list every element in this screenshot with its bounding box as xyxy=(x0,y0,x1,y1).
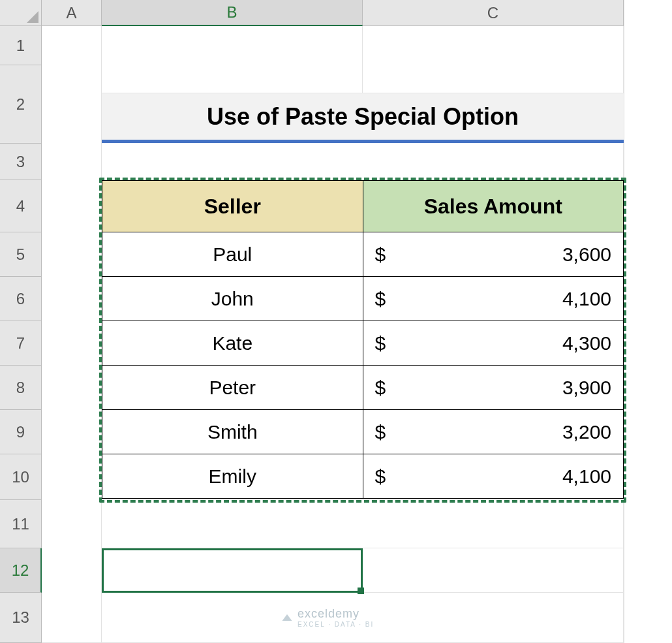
watermark-tagline: EXCEL · DATA · BI xyxy=(298,621,374,628)
header-sales-amount[interactable]: Sales Amount xyxy=(363,180,624,232)
currency-symbol: $ xyxy=(375,421,386,443)
amount-value: 3,900 xyxy=(562,377,611,399)
select-all-corner[interactable] xyxy=(0,0,42,26)
cell-seller[interactable]: Emily xyxy=(102,454,363,499)
row-header-2[interactable]: 2 xyxy=(0,65,42,144)
row-header-11[interactable]: 11 xyxy=(0,500,42,548)
currency-symbol: $ xyxy=(375,465,386,488)
cell-amount[interactable]: $ 3,200 xyxy=(363,410,624,454)
cell-seller[interactable]: Kate xyxy=(102,321,363,366)
currency-symbol: $ xyxy=(375,288,386,310)
currency-symbol: $ xyxy=(375,332,386,354)
cell-c1[interactable] xyxy=(363,26,624,93)
title-cell[interactable]: Use of Paste Special Option xyxy=(102,93,624,143)
watermark: exceldemy EXCEL · DATA · BI xyxy=(281,607,374,628)
cell-seller[interactable]: Peter xyxy=(102,366,363,410)
row-header-9[interactable]: 9 xyxy=(0,410,42,454)
cell-amount[interactable]: $ 3,900 xyxy=(363,366,624,410)
row-header-5[interactable]: 5 xyxy=(0,232,42,277)
row-header-6[interactable]: 6 xyxy=(0,277,42,321)
currency-symbol: $ xyxy=(375,243,386,266)
row-header-7[interactable]: 7 xyxy=(0,321,42,366)
currency-symbol: $ xyxy=(375,377,386,399)
amount-value: 4,100 xyxy=(562,465,611,488)
row-header-12[interactable]: 12 xyxy=(0,548,42,593)
logo-icon xyxy=(281,611,294,624)
cell-row3[interactable] xyxy=(102,143,624,180)
row-header-3[interactable]: 3 xyxy=(0,144,42,180)
amount-value: 3,200 xyxy=(562,421,611,443)
table-header-row: Seller Sales Amount xyxy=(102,180,624,232)
table-row: Smith $ 3,200 xyxy=(102,410,624,454)
row-header-4[interactable]: 4 xyxy=(0,180,42,232)
column-header-a[interactable]: A xyxy=(42,0,102,26)
cell-b1[interactable] xyxy=(102,26,363,93)
empty-right xyxy=(624,0,672,643)
cell-c12[interactable] xyxy=(363,548,624,593)
watermark-brand: exceldemy xyxy=(298,607,359,620)
table-row: Emily $ 4,100 xyxy=(102,454,624,499)
active-cell-b12[interactable] xyxy=(102,548,363,593)
cell-row11[interactable] xyxy=(102,500,624,548)
cell-amount[interactable]: $ 4,300 xyxy=(363,321,624,366)
cell-seller[interactable]: Smith xyxy=(102,410,363,454)
amount-value: 4,100 xyxy=(562,288,611,310)
cell-amount[interactable]: $ 3,600 xyxy=(363,232,624,277)
row-header-1[interactable]: 1 xyxy=(0,26,42,65)
column-header-c[interactable]: C xyxy=(363,0,624,26)
row-header-8[interactable]: 8 xyxy=(0,366,42,410)
data-table: Seller Sales Amount Paul $ 3,600 John $ … xyxy=(102,180,624,500)
title-text: Use of Paste Special Option xyxy=(207,103,519,131)
row-header-13[interactable]: 13 xyxy=(0,593,42,643)
amount-value: 4,300 xyxy=(562,332,611,354)
header-seller[interactable]: Seller xyxy=(102,180,363,232)
cell-seller[interactable]: John xyxy=(102,277,363,321)
spreadsheet: A B C 1 2 3 4 5 6 7 8 9 10 11 12 13 Use … xyxy=(0,0,672,643)
cell-amount[interactable]: $ 4,100 xyxy=(363,454,624,499)
table-row: Peter $ 3,900 xyxy=(102,366,624,410)
column-header-b[interactable]: B xyxy=(102,0,363,26)
column-a-cells[interactable] xyxy=(42,26,102,643)
row-header-10[interactable]: 10 xyxy=(0,454,42,500)
table-row: Kate $ 4,300 xyxy=(102,321,624,366)
cell-amount[interactable]: $ 4,100 xyxy=(363,277,624,321)
cell-seller[interactable]: Paul xyxy=(102,232,363,277)
table-row: Paul $ 3,600 xyxy=(102,232,624,277)
amount-value: 3,600 xyxy=(562,243,611,266)
table-row: John $ 4,100 xyxy=(102,277,624,321)
